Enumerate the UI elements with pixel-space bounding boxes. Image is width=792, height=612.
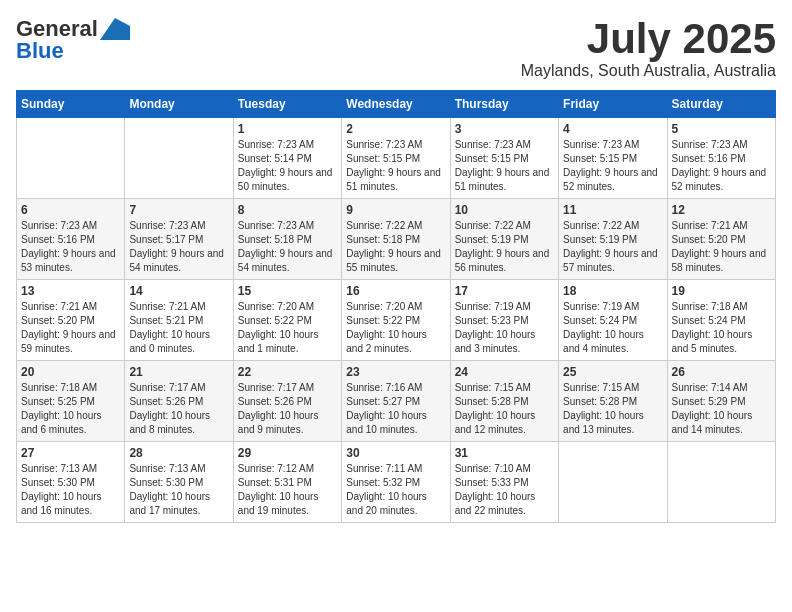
calendar-cell: 27Sunrise: 7:13 AMSunset: 5:30 PMDayligh… [17,442,125,523]
day-number: 30 [346,446,445,460]
day-info: Sunrise: 7:19 AMSunset: 5:23 PMDaylight:… [455,300,554,356]
day-number: 22 [238,365,337,379]
day-number: 20 [21,365,120,379]
day-number: 7 [129,203,228,217]
calendar-week-3: 13Sunrise: 7:21 AMSunset: 5:20 PMDayligh… [17,280,776,361]
calendar-cell [125,118,233,199]
day-number: 8 [238,203,337,217]
day-number: 12 [672,203,771,217]
page-header: General Blue July 2025 Maylands, South A… [16,16,776,80]
calendar-subtitle: Maylands, South Australia, Australia [521,62,776,80]
day-header-tuesday: Tuesday [233,91,341,118]
calendar-cell: 29Sunrise: 7:12 AMSunset: 5:31 PMDayligh… [233,442,341,523]
day-number: 16 [346,284,445,298]
day-header-thursday: Thursday [450,91,558,118]
calendar-cell: 21Sunrise: 7:17 AMSunset: 5:26 PMDayligh… [125,361,233,442]
calendar-cell: 10Sunrise: 7:22 AMSunset: 5:19 PMDayligh… [450,199,558,280]
day-info: Sunrise: 7:23 AMSunset: 5:16 PMDaylight:… [21,219,120,275]
day-info: Sunrise: 7:18 AMSunset: 5:25 PMDaylight:… [21,381,120,437]
calendar-cell: 14Sunrise: 7:21 AMSunset: 5:21 PMDayligh… [125,280,233,361]
day-header-wednesday: Wednesday [342,91,450,118]
calendar-cell: 9Sunrise: 7:22 AMSunset: 5:18 PMDaylight… [342,199,450,280]
calendar-cell: 31Sunrise: 7:10 AMSunset: 5:33 PMDayligh… [450,442,558,523]
calendar-header-row: SundayMondayTuesdayWednesdayThursdayFrid… [17,91,776,118]
day-info: Sunrise: 7:13 AMSunset: 5:30 PMDaylight:… [21,462,120,518]
day-info: Sunrise: 7:22 AMSunset: 5:18 PMDaylight:… [346,219,445,275]
day-info: Sunrise: 7:15 AMSunset: 5:28 PMDaylight:… [455,381,554,437]
day-number: 24 [455,365,554,379]
calendar-cell: 11Sunrise: 7:22 AMSunset: 5:19 PMDayligh… [559,199,667,280]
day-info: Sunrise: 7:16 AMSunset: 5:27 PMDaylight:… [346,381,445,437]
calendar-cell: 2Sunrise: 7:23 AMSunset: 5:15 PMDaylight… [342,118,450,199]
calendar-cell: 15Sunrise: 7:20 AMSunset: 5:22 PMDayligh… [233,280,341,361]
calendar-cell: 26Sunrise: 7:14 AMSunset: 5:29 PMDayligh… [667,361,775,442]
logo-blue: Blue [16,38,64,64]
day-header-friday: Friday [559,91,667,118]
day-info: Sunrise: 7:19 AMSunset: 5:24 PMDaylight:… [563,300,662,356]
day-number: 6 [21,203,120,217]
day-info: Sunrise: 7:20 AMSunset: 5:22 PMDaylight:… [346,300,445,356]
day-number: 9 [346,203,445,217]
day-header-saturday: Saturday [667,91,775,118]
day-info: Sunrise: 7:23 AMSunset: 5:15 PMDaylight:… [563,138,662,194]
calendar-cell: 12Sunrise: 7:21 AMSunset: 5:20 PMDayligh… [667,199,775,280]
day-info: Sunrise: 7:23 AMSunset: 5:16 PMDaylight:… [672,138,771,194]
day-number: 19 [672,284,771,298]
calendar-cell: 23Sunrise: 7:16 AMSunset: 5:27 PMDayligh… [342,361,450,442]
calendar-cell: 20Sunrise: 7:18 AMSunset: 5:25 PMDayligh… [17,361,125,442]
day-number: 21 [129,365,228,379]
day-info: Sunrise: 7:21 AMSunset: 5:20 PMDaylight:… [21,300,120,356]
calendar-table: SundayMondayTuesdayWednesdayThursdayFrid… [16,90,776,523]
calendar-cell [17,118,125,199]
calendar-cell: 19Sunrise: 7:18 AMSunset: 5:24 PMDayligh… [667,280,775,361]
calendar-cell: 17Sunrise: 7:19 AMSunset: 5:23 PMDayligh… [450,280,558,361]
day-info: Sunrise: 7:10 AMSunset: 5:33 PMDaylight:… [455,462,554,518]
calendar-cell: 3Sunrise: 7:23 AMSunset: 5:15 PMDaylight… [450,118,558,199]
day-info: Sunrise: 7:23 AMSunset: 5:17 PMDaylight:… [129,219,228,275]
day-header-sunday: Sunday [17,91,125,118]
calendar-cell: 13Sunrise: 7:21 AMSunset: 5:20 PMDayligh… [17,280,125,361]
calendar-cell [559,442,667,523]
day-info: Sunrise: 7:21 AMSunset: 5:20 PMDaylight:… [672,219,771,275]
day-number: 11 [563,203,662,217]
day-number: 4 [563,122,662,136]
day-info: Sunrise: 7:22 AMSunset: 5:19 PMDaylight:… [455,219,554,275]
day-info: Sunrise: 7:17 AMSunset: 5:26 PMDaylight:… [238,381,337,437]
calendar-cell: 28Sunrise: 7:13 AMSunset: 5:30 PMDayligh… [125,442,233,523]
calendar-week-2: 6Sunrise: 7:23 AMSunset: 5:16 PMDaylight… [17,199,776,280]
calendar-cell: 30Sunrise: 7:11 AMSunset: 5:32 PMDayligh… [342,442,450,523]
day-info: Sunrise: 7:13 AMSunset: 5:30 PMDaylight:… [129,462,228,518]
day-info: Sunrise: 7:18 AMSunset: 5:24 PMDaylight:… [672,300,771,356]
day-number: 31 [455,446,554,460]
calendar-cell: 16Sunrise: 7:20 AMSunset: 5:22 PMDayligh… [342,280,450,361]
day-info: Sunrise: 7:23 AMSunset: 5:18 PMDaylight:… [238,219,337,275]
day-number: 28 [129,446,228,460]
day-number: 10 [455,203,554,217]
day-number: 15 [238,284,337,298]
calendar-cell: 25Sunrise: 7:15 AMSunset: 5:28 PMDayligh… [559,361,667,442]
day-info: Sunrise: 7:15 AMSunset: 5:28 PMDaylight:… [563,381,662,437]
day-info: Sunrise: 7:23 AMSunset: 5:14 PMDaylight:… [238,138,337,194]
day-number: 13 [21,284,120,298]
day-number: 23 [346,365,445,379]
day-info: Sunrise: 7:23 AMSunset: 5:15 PMDaylight:… [455,138,554,194]
day-info: Sunrise: 7:21 AMSunset: 5:21 PMDaylight:… [129,300,228,356]
calendar-cell: 24Sunrise: 7:15 AMSunset: 5:28 PMDayligh… [450,361,558,442]
title-block: July 2025 Maylands, South Australia, Aus… [521,16,776,80]
day-info: Sunrise: 7:20 AMSunset: 5:22 PMDaylight:… [238,300,337,356]
day-number: 17 [455,284,554,298]
day-info: Sunrise: 7:17 AMSunset: 5:26 PMDaylight:… [129,381,228,437]
calendar-week-5: 27Sunrise: 7:13 AMSunset: 5:30 PMDayligh… [17,442,776,523]
day-number: 1 [238,122,337,136]
calendar-cell: 18Sunrise: 7:19 AMSunset: 5:24 PMDayligh… [559,280,667,361]
calendar-cell: 8Sunrise: 7:23 AMSunset: 5:18 PMDaylight… [233,199,341,280]
day-number: 3 [455,122,554,136]
day-info: Sunrise: 7:11 AMSunset: 5:32 PMDaylight:… [346,462,445,518]
calendar-cell: 22Sunrise: 7:17 AMSunset: 5:26 PMDayligh… [233,361,341,442]
day-number: 26 [672,365,771,379]
day-number: 25 [563,365,662,379]
day-number: 29 [238,446,337,460]
calendar-cell: 1Sunrise: 7:23 AMSunset: 5:14 PMDaylight… [233,118,341,199]
calendar-cell: 7Sunrise: 7:23 AMSunset: 5:17 PMDaylight… [125,199,233,280]
calendar-week-4: 20Sunrise: 7:18 AMSunset: 5:25 PMDayligh… [17,361,776,442]
